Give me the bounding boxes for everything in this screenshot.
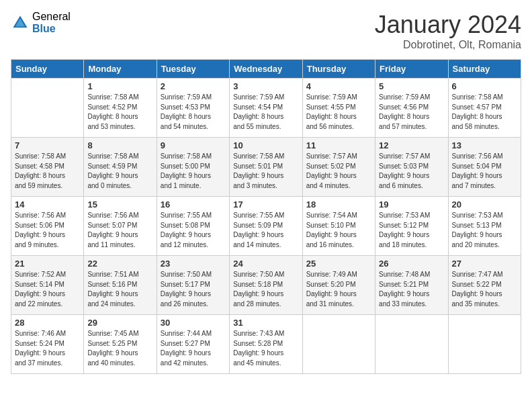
header-row: SundayMondayTuesdayWednesdayThursdayFrid… [11,60,521,79]
day-number: 1 [87,81,152,91]
day-number: 20 [452,199,517,210]
day-cell: 16Sunrise: 7:55 AM Sunset: 5:08 PM Dayli… [157,197,229,256]
day-number: 10 [233,140,298,150]
day-info: Sunrise: 7:56 AM Sunset: 5:04 PM Dayligh… [452,152,517,191]
calendar-table: SundayMondayTuesdayWednesdayThursdayFrid… [11,59,521,374]
week-row-1: 1Sunrise: 7:58 AM Sunset: 4:52 PM Daylig… [11,79,521,138]
day-number: 22 [87,259,152,269]
day-number: 25 [306,259,371,269]
day-cell: 6Sunrise: 7:58 AM Sunset: 4:57 PM Daylig… [448,79,521,138]
day-info: Sunrise: 7:58 AM Sunset: 4:58 PM Dayligh… [15,152,80,191]
day-number: 2 [161,81,226,91]
day-info: Sunrise: 7:59 AM Sunset: 4:53 PM Dayligh… [161,93,226,132]
calendar-subtitle: Dobrotinet, Olt, Romania [375,39,521,51]
day-number: 31 [233,318,298,328]
col-header-wednesday: Wednesday [230,60,302,79]
week-row-5: 28Sunrise: 7:46 AM Sunset: 5:24 PM Dayli… [11,315,521,374]
day-number: 15 [87,199,152,210]
day-cell: 31Sunrise: 7:43 AM Sunset: 5:28 PM Dayli… [230,315,302,374]
day-cell: 25Sunrise: 7:49 AM Sunset: 5:20 PM Dayli… [302,256,375,315]
day-number: 27 [452,259,517,269]
day-info: Sunrise: 7:52 AM Sunset: 5:14 PM Dayligh… [15,270,80,309]
day-cell: 18Sunrise: 7:54 AM Sunset: 5:10 PM Dayli… [302,197,375,256]
day-info: Sunrise: 7:44 AM Sunset: 5:27 PM Dayligh… [161,329,226,368]
calendar-title: January 2024 [375,11,521,39]
day-number: 6 [452,81,517,91]
day-info: Sunrise: 7:53 AM Sunset: 5:13 PM Dayligh… [452,211,517,250]
day-info: Sunrise: 7:59 AM Sunset: 4:54 PM Dayligh… [233,93,298,132]
day-info: Sunrise: 7:57 AM Sunset: 5:03 PM Dayligh… [379,152,444,191]
day-cell: 19Sunrise: 7:53 AM Sunset: 5:12 PM Dayli… [375,197,448,256]
day-number: 3 [233,81,298,91]
day-number: 9 [161,140,226,150]
logo-text: General Blue [32,11,71,34]
day-number: 12 [379,140,444,150]
day-info: Sunrise: 7:43 AM Sunset: 5:28 PM Dayligh… [233,329,298,368]
day-cell: 27Sunrise: 7:47 AM Sunset: 5:22 PM Dayli… [448,256,521,315]
day-number: 28 [15,318,80,328]
day-cell: 20Sunrise: 7:53 AM Sunset: 5:13 PM Dayli… [448,197,521,256]
day-info: Sunrise: 7:49 AM Sunset: 5:20 PM Dayligh… [306,270,371,309]
day-number: 17 [233,199,298,210]
day-info: Sunrise: 7:50 AM Sunset: 5:17 PM Dayligh… [161,270,226,309]
day-info: Sunrise: 7:58 AM Sunset: 5:01 PM Dayligh… [233,152,298,191]
day-cell: 11Sunrise: 7:57 AM Sunset: 5:02 PM Dayli… [302,138,375,197]
day-cell [302,315,375,374]
col-header-thursday: Thursday [302,60,375,79]
day-cell: 17Sunrise: 7:55 AM Sunset: 5:09 PM Dayli… [230,197,302,256]
day-cell: 30Sunrise: 7:44 AM Sunset: 5:27 PM Dayli… [157,315,229,374]
week-row-4: 21Sunrise: 7:52 AM Sunset: 5:14 PM Dayli… [11,256,521,315]
col-header-tuesday: Tuesday [157,60,229,79]
day-info: Sunrise: 7:58 AM Sunset: 5:00 PM Dayligh… [161,152,226,191]
col-header-sunday: Sunday [11,60,84,79]
day-info: Sunrise: 7:51 AM Sunset: 5:16 PM Dayligh… [87,270,152,309]
day-cell [11,79,84,138]
day-cell: 21Sunrise: 7:52 AM Sunset: 5:14 PM Dayli… [11,256,84,315]
day-number: 4 [306,81,371,91]
day-cell: 22Sunrise: 7:51 AM Sunset: 5:16 PM Dayli… [84,256,157,315]
day-number: 7 [15,140,80,150]
day-cell: 9Sunrise: 7:58 AM Sunset: 5:00 PM Daylig… [157,138,229,197]
day-info: Sunrise: 7:54 AM Sunset: 5:10 PM Dayligh… [306,211,371,250]
day-info: Sunrise: 7:47 AM Sunset: 5:22 PM Dayligh… [452,270,517,309]
day-cell: 24Sunrise: 7:50 AM Sunset: 5:18 PM Dayli… [230,256,302,315]
day-info: Sunrise: 7:55 AM Sunset: 5:09 PM Dayligh… [233,211,298,250]
day-info: Sunrise: 7:48 AM Sunset: 5:21 PM Dayligh… [379,270,444,309]
day-number: 23 [161,259,226,269]
day-number: 11 [306,140,371,150]
day-cell: 28Sunrise: 7:46 AM Sunset: 5:24 PM Dayli… [11,315,84,374]
week-row-3: 14Sunrise: 7:56 AM Sunset: 5:06 PM Dayli… [11,197,521,256]
logo-icon [11,13,30,32]
day-number: 14 [15,199,80,210]
day-cell: 13Sunrise: 7:56 AM Sunset: 5:04 PM Dayli… [448,138,521,197]
day-info: Sunrise: 7:58 AM Sunset: 4:59 PM Dayligh… [87,152,152,191]
day-cell: 29Sunrise: 7:45 AM Sunset: 5:25 PM Dayli… [84,315,157,374]
day-number: 30 [161,318,226,328]
day-number: 18 [306,199,371,210]
day-info: Sunrise: 7:46 AM Sunset: 5:24 PM Dayligh… [15,329,80,368]
day-cell: 5Sunrise: 7:59 AM Sunset: 4:56 PM Daylig… [375,79,448,138]
day-cell: 23Sunrise: 7:50 AM Sunset: 5:17 PM Dayli… [157,256,229,315]
day-info: Sunrise: 7:59 AM Sunset: 4:56 PM Dayligh… [379,93,444,132]
logo-general: General [32,11,71,23]
day-cell: 14Sunrise: 7:56 AM Sunset: 5:06 PM Dayli… [11,197,84,256]
day-info: Sunrise: 7:56 AM Sunset: 5:07 PM Dayligh… [87,211,152,250]
day-number: 13 [452,140,517,150]
day-number: 19 [379,199,444,210]
day-cell: 8Sunrise: 7:58 AM Sunset: 4:59 PM Daylig… [84,138,157,197]
day-info: Sunrise: 7:57 AM Sunset: 5:02 PM Dayligh… [306,152,371,191]
col-header-saturday: Saturday [448,60,521,79]
col-header-friday: Friday [375,60,448,79]
day-number: 24 [233,259,298,269]
day-number: 16 [161,199,226,210]
day-info: Sunrise: 7:55 AM Sunset: 5:08 PM Dayligh… [161,211,226,250]
day-number: 8 [87,140,152,150]
day-info: Sunrise: 7:53 AM Sunset: 5:12 PM Dayligh… [379,211,444,250]
day-cell [375,315,448,374]
day-info: Sunrise: 7:58 AM Sunset: 4:57 PM Dayligh… [452,93,517,132]
day-cell: 7Sunrise: 7:58 AM Sunset: 4:58 PM Daylig… [11,138,84,197]
day-info: Sunrise: 7:56 AM Sunset: 5:06 PM Dayligh… [15,211,80,250]
title-area: January 2024 Dobrotinet, Olt, Romania [375,11,521,51]
day-number: 21 [15,259,80,269]
day-info: Sunrise: 7:50 AM Sunset: 5:18 PM Dayligh… [233,270,298,309]
